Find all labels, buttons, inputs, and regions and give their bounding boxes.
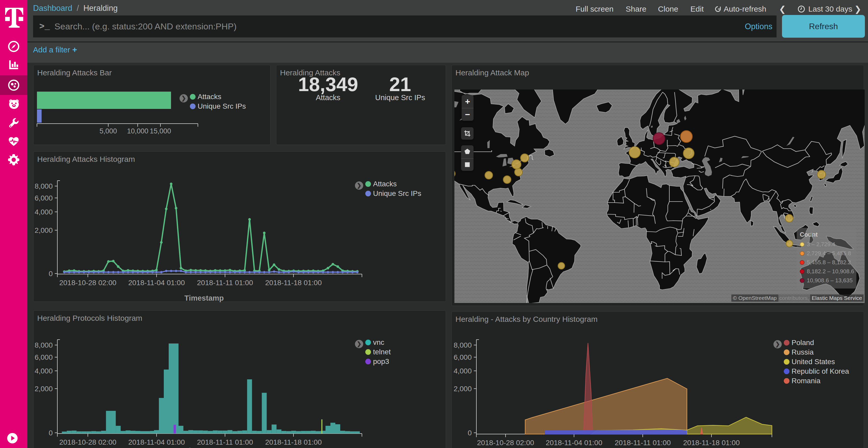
svg-text:8,000: 8,000 <box>454 341 472 349</box>
svg-text:2018-10-28 02:00: 2018-10-28 02:00 <box>59 438 116 446</box>
svg-text:2,000: 2,000 <box>35 226 53 234</box>
svg-text:2018-11-18 01:00: 2018-11-18 01:00 <box>265 438 322 446</box>
svg-text:5,000: 5,000 <box>99 127 117 135</box>
svg-text:2018-11-04 01:00: 2018-11-04 01:00 <box>128 279 185 287</box>
svg-text:2018-11-11 01:00: 2018-11-11 01:00 <box>615 439 671 447</box>
svg-text:6,000: 6,000 <box>35 353 53 361</box>
svg-text:0: 0 <box>468 429 472 437</box>
svg-text:2018-10-28 02:00: 2018-10-28 02:00 <box>477 439 534 447</box>
svg-text:6,000: 6,000 <box>35 194 53 202</box>
svg-text:0: 0 <box>49 270 53 278</box>
svg-text:10,000: 10,000 <box>127 127 149 135</box>
svg-text:2018-11-11 01:00: 2018-11-11 01:00 <box>197 438 253 446</box>
svg-text:8,000: 8,000 <box>35 341 53 349</box>
svg-text:2,000: 2,000 <box>454 385 472 393</box>
svg-text:15,000: 15,000 <box>150 127 171 135</box>
svg-text:2018-11-18 01:00: 2018-11-18 01:00 <box>265 279 322 287</box>
svg-text:2018-11-18 01:00: 2018-11-18 01:00 <box>683 439 740 447</box>
svg-text:0: 0 <box>49 429 53 437</box>
svg-text:Timestamp: Timestamp <box>184 447 224 448</box>
svg-text:8,000: 8,000 <box>35 182 53 190</box>
svg-text:6,000: 6,000 <box>454 353 472 361</box>
svg-text:4,000: 4,000 <box>454 367 472 375</box>
svg-text:2018-11-04 01:00: 2018-11-04 01:00 <box>546 439 602 447</box>
svg-text:2,000: 2,000 <box>35 385 53 393</box>
svg-text:Timestamp: Timestamp <box>184 294 224 302</box>
svg-text:2018-10-28 02:00: 2018-10-28 02:00 <box>59 279 116 287</box>
svg-text:2018-11-04 01:00: 2018-11-04 01:00 <box>128 438 185 446</box>
svg-text:4,000: 4,000 <box>35 367 53 375</box>
svg-text:4,000: 4,000 <box>35 208 53 216</box>
svg-text:2018-11-11 01:00: 2018-11-11 01:00 <box>197 279 253 287</box>
